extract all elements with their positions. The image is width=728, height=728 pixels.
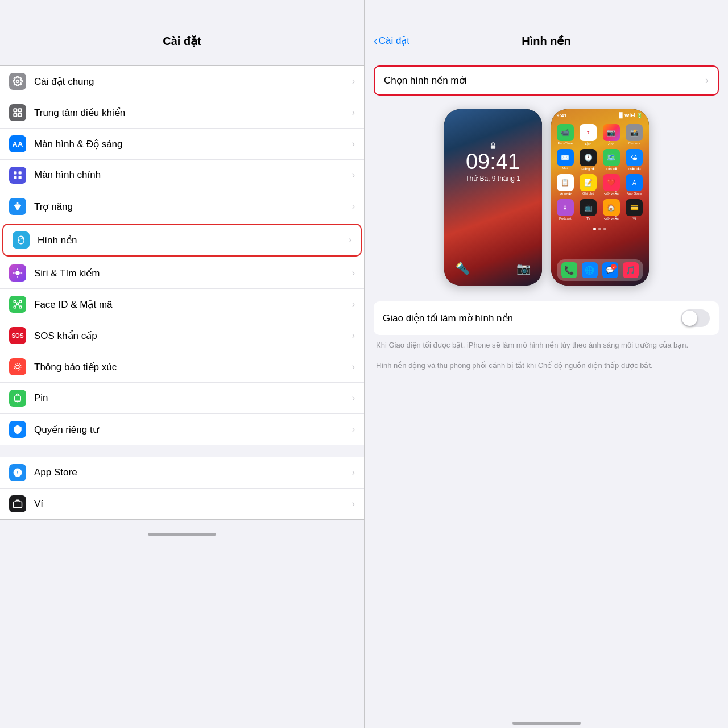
icon-thong-bao [9, 358, 26, 375]
lockscreen-bottom-bar: 🔦 📷 [444, 262, 542, 275]
chevron-quyen-rieng-tu: › [352, 424, 355, 435]
settings-item-thong-bao[interactable]: Thông báo tiếp xúc › [0, 351, 364, 383]
app-icon-notes: 📝 [580, 174, 597, 191]
svg-rect-3 [14, 114, 16, 117]
chevron-cai-dat-chung: › [352, 76, 355, 86]
app-icon-home: 🏠 [603, 199, 620, 216]
app-camera: 📸 Camera [624, 124, 644, 146]
settings-item-sos[interactable]: SOS SOS khẩn cấp › [0, 320, 364, 351]
svg-rect-2 [19, 109, 22, 111]
label-siri: Siri & Tìm kiếm [34, 267, 348, 279]
status-icons: ▊ WiFi 🔋 [619, 113, 643, 118]
chevron-pin: › [352, 393, 355, 403]
icon-face-id [9, 296, 26, 313]
app-mail: ✉️ Mail [556, 149, 576, 171]
right-content: Chọn hình nền mới › 09:41 Thứ Ba, 9 thán… [365, 55, 728, 709]
camera-icon: 📷 [516, 262, 531, 275]
icon-trung-tam [9, 104, 26, 121]
settings-item-man-hinh-do-sang[interactable]: AA Màn hình & Độ sáng › [0, 129, 364, 160]
dock-safari: 🌐 [582, 262, 598, 278]
homescreen-mockup: 9:41 ▊ WiFi 🔋 📹 FaceTime 7 [551, 109, 649, 286]
dock-phone: 📞 [561, 262, 577, 278]
app-photos: 📷 Ảnh [602, 124, 622, 146]
svg-point-16 [16, 365, 19, 369]
app-icon-health: ❤️ [603, 174, 620, 191]
status-time: 9:41 [557, 113, 567, 118]
app-clock: 🕐 Đồng hồ [578, 149, 598, 171]
settings-item-hinh-nen[interactable]: Hình nền › [2, 224, 362, 257]
wallpaper-preview-area: 09:41 Thứ Ba, 9 tháng 1 🔦 📷 9:41 ▊ WiFi … [374, 109, 719, 286]
app-icon-appstore-home: A [626, 174, 643, 191]
settings-group-2: App Store › Ví › [0, 457, 364, 520]
app-icon-facetime: 📹 [557, 124, 574, 141]
torch-icon: 🔦 [456, 262, 470, 275]
settings-item-siri[interactable]: Siri & Tìm kiếm › [0, 258, 364, 289]
lockscreen-screen: 09:41 Thứ Ba, 9 tháng 1 🔦 📷 [444, 109, 542, 286]
dot-1 [593, 228, 596, 230]
settings-item-cai-dat-chung[interactable]: Cài đặt chung › [0, 66, 364, 97]
settings-item-quyen-rieng-tu[interactable]: Quyền riêng tư › [0, 414, 364, 445]
app-health: ❤️ Sức khỏe [602, 174, 622, 196]
settings-item-trung-tam[interactable]: Trung tâm điều khiển › [0, 97, 364, 129]
icon-hinh-nen [13, 231, 30, 249]
chevron-tro-nang: › [352, 201, 355, 212]
chevron-vi: › [352, 499, 355, 509]
left-header: Cài đặt [0, 0, 364, 55]
svg-rect-12 [19, 300, 22, 303]
label-cai-dat-chung: Cài đặt chung [34, 76, 348, 88]
settings-item-tro-nang[interactable]: Trợ năng › [0, 191, 364, 222]
svg-rect-20 [14, 502, 22, 508]
app-appstore-home: A App Store [624, 174, 644, 196]
description-2: Hình nền động và thu phóng phối cảnh bị … [374, 360, 719, 371]
settings-item-man-hinh-chinh[interactable]: Màn hình chính › [0, 160, 364, 191]
icon-man-hinh-chinh [9, 167, 26, 184]
dark-mode-blur-toggle[interactable] [681, 309, 710, 327]
app-facetime: 📹 FaceTime [556, 124, 576, 146]
page-dots [551, 228, 649, 230]
chevron-sos: › [352, 330, 355, 341]
home-indicator-left [148, 533, 216, 536]
chevron-face-id: › [352, 299, 355, 309]
dot-2 [598, 228, 601, 230]
app-icon-tv: 📺 [580, 199, 597, 216]
choose-wallpaper-chevron: › [705, 75, 709, 86]
settings-item-vi[interactable]: Ví › [0, 489, 364, 519]
app-icon-camera: 📸 [626, 124, 643, 141]
svg-rect-11 [14, 300, 16, 303]
chevron-man-hinh-chinh: › [352, 170, 355, 180]
toggle-knob [682, 311, 697, 326]
choose-wallpaper-row[interactable]: Chọn hình nền mới › [374, 65, 719, 96]
app-icon-photos: 📷 [603, 124, 620, 141]
app-icon-calendar: 7 [580, 124, 597, 141]
settings-item-pin[interactable]: Pin › [0, 383, 364, 414]
dock-music: 🎵 [623, 262, 639, 278]
settings-item-face-id[interactable]: Face ID & Mật mã › [0, 289, 364, 320]
settings-item-app-store[interactable]: App Store › [0, 457, 364, 489]
chevron-siri: › [352, 268, 355, 278]
label-vi: Ví [34, 498, 348, 510]
svg-rect-1 [14, 109, 16, 111]
app-icon-clock: 🕐 [580, 149, 597, 166]
app-icon-wallet-home: 💳 [626, 199, 643, 216]
label-man-hinh-do-sang: Màn hình & Độ sáng [34, 138, 348, 150]
label-trung-tam: Trung tâm điều khiển [34, 107, 348, 119]
app-notes: 📝 Ghi chú [578, 174, 598, 196]
icon-sos: SOS [9, 327, 26, 344]
app-icon-podcasts: 🎙 [557, 199, 574, 216]
label-tro-nang: Trợ năng [34, 201, 348, 213]
chevron-app-store: › [352, 468, 355, 478]
lockscreen-mockup: 09:41 Thứ Ba, 9 tháng 1 🔦 📷 [444, 109, 542, 286]
label-app-store: App Store [34, 467, 348, 478]
back-button[interactable]: ‹ Cài đặt [374, 34, 410, 47]
icon-vi [9, 495, 26, 512]
app-weather: 🌤 Thời tiết [624, 149, 644, 171]
left-panel: Cài đặt Cài đặt chung › Trung tâm điều k… [0, 0, 364, 728]
chevron-thong-bao: › [352, 362, 355, 372]
description-1: Khi Giao diện tối được bật, iPhone sẽ là… [374, 340, 719, 351]
app-icon-weather: 🌤 [626, 149, 643, 166]
dark-mode-blur-toggle-row: Giao diện tối làm mờ hình nền [374, 301, 719, 335]
back-chevron-icon: ‹ [374, 34, 378, 47]
app-icon-maps: 🗺️ [603, 149, 620, 166]
label-pin: Pin [34, 392, 348, 404]
right-panel: ‹ Cài đặt Hình nền Chọn hình nền mới › 0… [364, 0, 728, 728]
